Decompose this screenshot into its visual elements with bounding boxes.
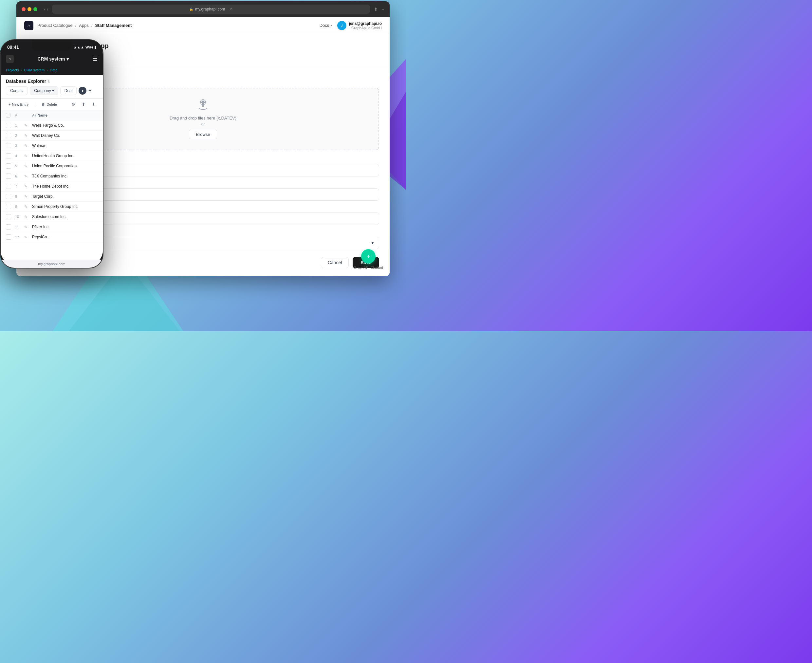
close-button[interactable] (22, 7, 26, 11)
row-checkbox[interactable] (6, 163, 11, 169)
signal-icon: ▲▲▲ (73, 45, 84, 49)
row-checkbox[interactable] (6, 224, 11, 230)
row-number: 6 (15, 174, 24, 178)
new-entry-button[interactable]: + New Entry (6, 101, 31, 108)
phone-toolbar: + New Entry | 🗑 Delete ⚙ ⬆ ⬇ (1, 99, 103, 110)
row-number: 1 (15, 123, 24, 127)
table-row[interactable]: 9 ✎ Simon Property Group Inc. (1, 202, 103, 212)
back-button[interactable]: ‹ (44, 6, 45, 12)
row-name: UnitedHealth Group Inc. (32, 154, 97, 158)
phone-nav: ⌂ CRM system ▾ ☰ (1, 51, 103, 67)
phone-bc-projects[interactable]: Projects (6, 68, 19, 72)
row-edit-icon[interactable]: ✎ (24, 154, 32, 158)
row-checkbox[interactable] (6, 173, 11, 179)
new-tab-icon[interactable]: + (382, 6, 384, 12)
phone-breadcrumb: Projects › CRM system › Data (1, 67, 103, 75)
row-name: Walmart (32, 143, 97, 148)
wifi-icon: WiFi (86, 45, 93, 49)
phone-bc-crm[interactable]: CRM system (24, 68, 45, 72)
breadcrumb-current: Staff Management (95, 23, 132, 28)
phone-home-icon[interactable]: ⌂ (6, 55, 14, 63)
row-checkbox[interactable] (6, 133, 11, 138)
table-row[interactable]: 12 ✎ PepsiCo... (1, 232, 103, 242)
table-row[interactable]: 11 ✎ Pfizer Inc. (1, 222, 103, 232)
row-number: 5 (15, 164, 24, 168)
address-bar[interactable]: 🔒 my.graphapi.com ↺ (52, 5, 370, 14)
chatbot-fab-label: GraphAPI Chatbot (354, 265, 383, 270)
phone-table-header: # Aa Name (1, 110, 103, 120)
phone-db-title: Database Explorer ℹ (6, 79, 97, 84)
table-row[interactable]: 8 ✎ Target Corp. (1, 192, 103, 202)
row-edit-icon[interactable]: ✎ (24, 134, 32, 138)
phone-menu-icon[interactable]: ☰ (92, 55, 97, 63)
phone-tabs: Contact Company ▾ Deal ● + (6, 86, 97, 95)
traffic-lights (22, 7, 37, 11)
row-edit-icon[interactable]: ✎ (24, 123, 32, 128)
cancel-button[interactable]: Cancel (321, 257, 349, 268)
company-chevron-icon: ▾ (52, 88, 54, 93)
row-edit-icon[interactable]: ✎ (24, 164, 32, 168)
row-edit-icon[interactable]: ✎ (24, 235, 32, 239)
row-checkbox[interactable] (6, 234, 11, 240)
phone-tab-add[interactable]: + (88, 88, 91, 94)
row-edit-icon[interactable]: ✎ (24, 225, 32, 229)
user-org: GraphApi.io GmbH (349, 26, 382, 30)
share-icon[interactable]: ⬆ (374, 6, 378, 12)
phone-tab-more[interactable]: ● (79, 87, 86, 95)
row-edit-icon[interactable]: ✎ (24, 215, 32, 219)
download-icon-btn[interactable]: ⬇ (90, 100, 97, 108)
delete-button[interactable]: 🗑 Delete (39, 101, 60, 108)
phone-url-bar: my.graphapi.com (1, 260, 103, 265)
browse-button[interactable]: Browse (189, 129, 217, 139)
reload-icon[interactable]: ↺ (230, 7, 233, 11)
breadcrumb-product-catalogue[interactable]: Product Catalogue (37, 23, 73, 28)
row-number: 4 (15, 154, 24, 158)
chatbot-fab-button[interactable]: + (361, 249, 375, 264)
row-checkbox[interactable] (6, 153, 11, 158)
breadcrumb-apps[interactable]: Apps (79, 23, 89, 28)
phone-db-header: Database Explorer ℹ Contact Company ▾ De… (1, 75, 103, 99)
home-icon[interactable]: ⌂ (24, 21, 33, 30)
table-row[interactable]: 3 ✎ Walmart (1, 141, 103, 151)
url-text: my.graphapi.com (195, 7, 225, 11)
table-row[interactable]: 1 ✎ Wells Fargo & Co. (1, 120, 103, 131)
row-edit-icon[interactable]: ✎ (24, 194, 32, 199)
table-row[interactable]: 4 ✎ UnitedHealth Group Inc. (1, 151, 103, 161)
phone-app-title: CRM system ▾ (37, 56, 68, 61)
minimize-button[interactable] (27, 7, 31, 11)
row-edit-icon[interactable]: ✎ (24, 174, 32, 178)
phone-tab-company[interactable]: Company ▾ (30, 86, 58, 95)
docs-link[interactable]: Docs › (320, 23, 332, 28)
forward-button[interactable]: › (47, 6, 49, 12)
row-checkbox[interactable] (6, 194, 11, 199)
row-checkbox[interactable] (6, 184, 11, 189)
table-row[interactable]: 10 ✎ Salesforce.com Inc. (1, 212, 103, 222)
row-name: Pfizer Inc. (32, 225, 97, 229)
table-row[interactable]: 5 ✎ Union Pacific Corporation (1, 161, 103, 171)
row-number: 8 (15, 194, 24, 199)
phone-time: 09:41 (7, 45, 19, 50)
maximize-button[interactable] (33, 7, 37, 11)
table-row[interactable]: 2 ✎ Walt Disney Co. (1, 131, 103, 141)
row-edit-icon[interactable]: ✎ (24, 184, 32, 189)
row-edit-icon[interactable]: ✎ (24, 205, 32, 209)
user-text: jens@graphapi.io GraphApi.io GmbH (349, 21, 382, 30)
row-checkbox[interactable] (6, 143, 11, 148)
table-row[interactable]: 7 ✎ The Home Depot Inc. (1, 181, 103, 192)
phone-tab-contact[interactable]: Contact (6, 86, 28, 95)
row-edit-icon[interactable]: ✎ (24, 144, 32, 148)
phone-tab-deal[interactable]: Deal (60, 86, 77, 95)
phone-app: ⌂ CRM system ▾ ☰ Projects › CRM system ›… (1, 51, 103, 265)
row-name: Walt Disney Co. (32, 133, 97, 138)
row-checkbox[interactable] (6, 214, 11, 219)
row-number: 12 (15, 235, 24, 239)
row-number: 10 (15, 215, 24, 219)
filter-icon[interactable]: ⚙ (70, 100, 77, 108)
header-checkbox[interactable] (6, 113, 15, 118)
row-checkbox[interactable] (6, 204, 11, 209)
upload-icon-btn[interactable]: ⬆ (80, 100, 87, 108)
table-row[interactable]: 6 ✎ TJX Companies Inc. (1, 171, 103, 181)
row-checkbox[interactable] (6, 123, 11, 128)
chatbot-fab[interactable]: + GraphAPI Chatbot (354, 249, 383, 270)
row-name: TJX Companies Inc. (32, 174, 97, 178)
